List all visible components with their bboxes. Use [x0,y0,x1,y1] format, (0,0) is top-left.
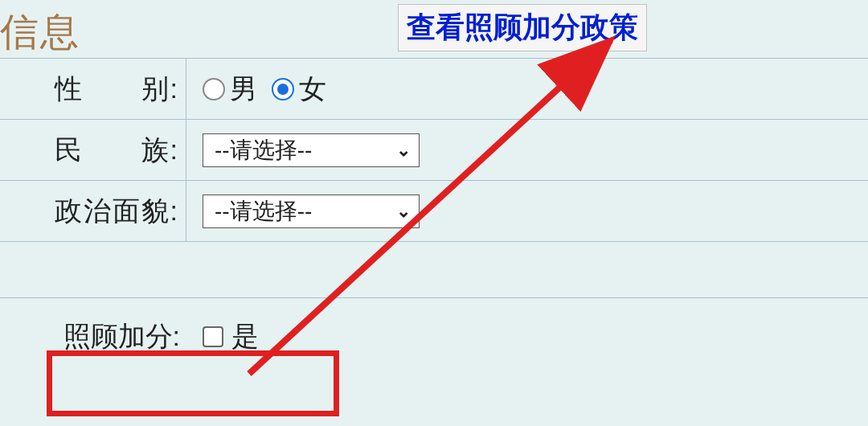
bonus-control: 是 [186,298,259,375]
gender-label: 性 别: [0,59,186,119]
chevron-down-icon: ⌄ [396,140,411,161]
policy-link-button[interactable]: 查看照顾加分政策 [398,4,647,51]
political-control: --请选择-- ⌄ [186,181,420,241]
ethnicity-select[interactable]: --请选择-- ⌄ [203,133,420,167]
political-select-value: --请选择-- [215,196,312,227]
bonus-checkbox[interactable]: 是 [203,318,259,355]
political-row: 政治面貌: --请选择-- ⌄ [0,180,868,241]
political-label-text: 政治面貌: [55,193,179,230]
radio-dot-icon [277,84,289,95]
form-container: 性 别: 男 女 民 族: --请选择-- ⌄ [0,58,868,375]
radio-icon [203,78,225,100]
political-label: 政治面貌: [0,181,186,241]
gender-row: 性 别: 男 女 [0,58,868,119]
political-select[interactable]: --请选择-- ⌄ [203,195,420,228]
bonus-row: 照顾加分: 是 [0,297,868,375]
ethnicity-label-text: 民 族: [55,132,179,169]
bonus-label-cell: 照顾加分: [0,298,186,375]
bonus-label-text: 照顾加分: [63,318,180,355]
checkbox-icon [203,326,223,347]
gender-radio-group: 男 女 [203,71,326,108]
bonus-checkbox-label: 是 [231,318,259,355]
radio-icon [272,78,294,100]
ethnicity-select-value: --请选择-- [215,135,312,166]
gender-female-radio[interactable]: 女 [272,71,326,108]
chevron-down-icon: ⌄ [396,201,411,222]
gender-male-radio[interactable]: 男 [203,71,257,108]
blank-row [0,241,868,297]
ethnicity-control: --请选择-- ⌄ [186,120,420,180]
gender-female-label: 女 [299,71,326,108]
ethnicity-row: 民 族: --请选择-- ⌄ [0,119,868,180]
gender-male-label: 男 [230,71,257,108]
gender-label-text: 性 别: [55,71,179,108]
ethnicity-label: 民 族: [0,120,186,180]
gender-control: 男 女 [186,59,326,119]
section-title: 信息 [0,6,80,58]
